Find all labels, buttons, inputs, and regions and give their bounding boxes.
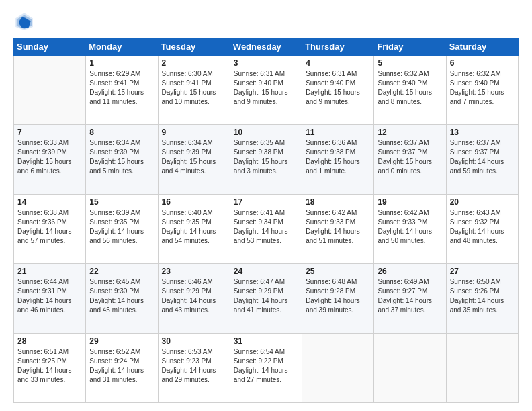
calendar-week-4: 21Sunrise: 6:44 AMSunset: 9:31 PMDayligh… xyxy=(14,264,519,333)
day-info: Sunrise: 6:43 AMSunset: 9:32 PMDaylight:… xyxy=(450,208,515,246)
calendar-cell: 29Sunrise: 6:52 AMSunset: 9:24 PMDayligh… xyxy=(86,333,158,402)
day-number: 30 xyxy=(162,336,226,346)
day-number: 25 xyxy=(306,267,370,276)
day-number: 14 xyxy=(17,197,82,207)
day-info: Sunrise: 6:42 AMSunset: 9:33 PMDaylight:… xyxy=(306,208,370,246)
calendar-header-row: SundayMondayTuesdayWednesdayThursdayFrid… xyxy=(14,38,519,56)
calendar-week-3: 14Sunrise: 6:38 AMSunset: 9:36 PMDayligh… xyxy=(14,194,519,263)
day-number: 23 xyxy=(162,267,226,276)
day-info: Sunrise: 6:52 AMSunset: 9:24 PMDaylight:… xyxy=(89,347,154,385)
calendar-cell: 28Sunrise: 6:51 AMSunset: 9:25 PMDayligh… xyxy=(14,333,86,402)
calendar-cell: 31Sunrise: 6:54 AMSunset: 9:22 PMDayligh… xyxy=(230,333,302,402)
day-number: 19 xyxy=(378,197,442,207)
calendar-cell: 12Sunrise: 6:37 AMSunset: 9:37 PMDayligh… xyxy=(374,125,446,194)
day-info: Sunrise: 6:44 AMSunset: 9:31 PMDaylight:… xyxy=(17,277,82,315)
day-info: Sunrise: 6:50 AMSunset: 9:26 PMDaylight:… xyxy=(450,277,515,315)
calendar-cell: 2Sunrise: 6:30 AMSunset: 9:41 PMDaylight… xyxy=(158,56,230,125)
calendar-cell: 11Sunrise: 6:36 AMSunset: 9:38 PMDayligh… xyxy=(302,125,374,194)
calendar-week-1: 1Sunrise: 6:29 AMSunset: 9:41 PMDaylight… xyxy=(14,56,519,125)
calendar-cell xyxy=(302,333,374,402)
day-number: 31 xyxy=(234,336,298,346)
calendar-cell: 25Sunrise: 6:48 AMSunset: 9:28 PMDayligh… xyxy=(302,264,374,333)
day-info: Sunrise: 6:34 AMSunset: 9:39 PMDaylight:… xyxy=(89,138,154,176)
day-number: 10 xyxy=(234,128,298,137)
calendar-cell: 27Sunrise: 6:50 AMSunset: 9:26 PMDayligh… xyxy=(446,264,518,333)
day-info: Sunrise: 6:40 AMSunset: 9:35 PMDaylight:… xyxy=(162,208,226,246)
calendar-cell: 15Sunrise: 6:39 AMSunset: 9:35 PMDayligh… xyxy=(86,194,158,263)
calendar-cell: 18Sunrise: 6:42 AMSunset: 9:33 PMDayligh… xyxy=(302,194,374,263)
day-info: Sunrise: 6:49 AMSunset: 9:27 PMDaylight:… xyxy=(378,277,442,315)
day-number: 6 xyxy=(450,58,515,68)
day-number: 3 xyxy=(234,58,298,68)
calendar-cell: 1Sunrise: 6:29 AMSunset: 9:41 PMDaylight… xyxy=(86,56,158,125)
calendar-cell: 4Sunrise: 6:31 AMSunset: 9:40 PMDaylight… xyxy=(302,56,374,125)
calendar-cell: 16Sunrise: 6:40 AMSunset: 9:35 PMDayligh… xyxy=(158,194,230,263)
calendar-cell: 7Sunrise: 6:33 AMSunset: 9:39 PMDaylight… xyxy=(14,125,86,194)
day-info: Sunrise: 6:31 AMSunset: 9:40 PMDaylight:… xyxy=(234,69,298,107)
logo-icon xyxy=(13,11,35,32)
calendar-cell: 30Sunrise: 6:53 AMSunset: 9:23 PMDayligh… xyxy=(158,333,230,402)
day-number: 29 xyxy=(89,336,154,346)
calendar-cell: 10Sunrise: 6:35 AMSunset: 9:38 PMDayligh… xyxy=(230,125,302,194)
calendar-cell: 17Sunrise: 6:41 AMSunset: 9:34 PMDayligh… xyxy=(230,194,302,263)
calendar-week-2: 7Sunrise: 6:33 AMSunset: 9:39 PMDaylight… xyxy=(14,125,519,194)
calendar-cell xyxy=(374,333,446,402)
day-number: 21 xyxy=(17,267,82,276)
calendar-cell: 14Sunrise: 6:38 AMSunset: 9:36 PMDayligh… xyxy=(14,194,86,263)
day-info: Sunrise: 6:34 AMSunset: 9:39 PMDaylight:… xyxy=(162,138,226,176)
day-info: Sunrise: 6:32 AMSunset: 9:40 PMDaylight:… xyxy=(378,69,442,107)
day-number: 5 xyxy=(378,58,442,68)
day-info: Sunrise: 6:32 AMSunset: 9:40 PMDaylight:… xyxy=(450,69,515,107)
day-number: 28 xyxy=(17,336,82,346)
day-number: 17 xyxy=(234,197,298,207)
calendar-week-5: 28Sunrise: 6:51 AMSunset: 9:25 PMDayligh… xyxy=(14,333,519,402)
logo xyxy=(13,11,38,32)
day-number: 7 xyxy=(17,128,82,137)
calendar-header-friday: Friday xyxy=(374,38,446,56)
calendar-cell: 8Sunrise: 6:34 AMSunset: 9:39 PMDaylight… xyxy=(86,125,158,194)
calendar-header-thursday: Thursday xyxy=(302,38,374,56)
calendar-cell: 19Sunrise: 6:42 AMSunset: 9:33 PMDayligh… xyxy=(374,194,446,263)
calendar-cell xyxy=(446,333,518,402)
day-info: Sunrise: 6:33 AMSunset: 9:39 PMDaylight:… xyxy=(17,138,82,176)
day-info: Sunrise: 6:47 AMSunset: 9:29 PMDaylight:… xyxy=(234,277,298,315)
calendar-header-tuesday: Tuesday xyxy=(158,38,230,56)
calendar-cell: 6Sunrise: 6:32 AMSunset: 9:40 PMDaylight… xyxy=(446,56,518,125)
day-info: Sunrise: 6:51 AMSunset: 9:25 PMDaylight:… xyxy=(17,347,82,385)
day-info: Sunrise: 6:39 AMSunset: 9:35 PMDaylight:… xyxy=(89,208,154,246)
day-number: 2 xyxy=(162,58,226,68)
calendar-cell: 21Sunrise: 6:44 AMSunset: 9:31 PMDayligh… xyxy=(14,264,86,333)
day-number: 24 xyxy=(234,267,298,276)
day-number: 15 xyxy=(89,197,154,207)
day-number: 1 xyxy=(89,58,154,68)
calendar-header-sunday: Sunday xyxy=(14,38,86,56)
day-info: Sunrise: 6:54 AMSunset: 9:22 PMDaylight:… xyxy=(234,347,298,385)
calendar-cell: 23Sunrise: 6:46 AMSunset: 9:29 PMDayligh… xyxy=(158,264,230,333)
day-number: 4 xyxy=(306,58,370,68)
day-number: 27 xyxy=(450,267,515,276)
calendar-cell xyxy=(14,56,86,125)
day-info: Sunrise: 6:37 AMSunset: 9:37 PMDaylight:… xyxy=(450,138,515,176)
calendar-header-monday: Monday xyxy=(86,38,158,56)
calendar-cell: 5Sunrise: 6:32 AMSunset: 9:40 PMDaylight… xyxy=(374,56,446,125)
header xyxy=(13,11,519,32)
day-number: 11 xyxy=(306,128,370,137)
calendar-cell: 13Sunrise: 6:37 AMSunset: 9:37 PMDayligh… xyxy=(446,125,518,194)
day-info: Sunrise: 6:36 AMSunset: 9:38 PMDaylight:… xyxy=(306,138,370,176)
day-number: 12 xyxy=(378,128,442,137)
day-number: 9 xyxy=(162,128,226,137)
calendar-cell: 26Sunrise: 6:49 AMSunset: 9:27 PMDayligh… xyxy=(374,264,446,333)
calendar-cell: 20Sunrise: 6:43 AMSunset: 9:32 PMDayligh… xyxy=(446,194,518,263)
day-number: 22 xyxy=(89,267,154,276)
calendar-cell: 9Sunrise: 6:34 AMSunset: 9:39 PMDaylight… xyxy=(158,125,230,194)
day-info: Sunrise: 6:30 AMSunset: 9:41 PMDaylight:… xyxy=(162,69,226,107)
day-info: Sunrise: 6:48 AMSunset: 9:28 PMDaylight:… xyxy=(306,277,370,315)
calendar-table: SundayMondayTuesdayWednesdayThursdayFrid… xyxy=(13,38,519,403)
calendar-cell: 3Sunrise: 6:31 AMSunset: 9:40 PMDaylight… xyxy=(230,56,302,125)
calendar-cell: 22Sunrise: 6:45 AMSunset: 9:30 PMDayligh… xyxy=(86,264,158,333)
day-info: Sunrise: 6:38 AMSunset: 9:36 PMDaylight:… xyxy=(17,208,82,246)
page: SundayMondayTuesdayWednesdayThursdayFrid… xyxy=(0,0,532,411)
day-number: 16 xyxy=(162,197,226,207)
calendar-cell: 24Sunrise: 6:47 AMSunset: 9:29 PMDayligh… xyxy=(230,264,302,333)
day-info: Sunrise: 6:45 AMSunset: 9:30 PMDaylight:… xyxy=(89,277,154,315)
